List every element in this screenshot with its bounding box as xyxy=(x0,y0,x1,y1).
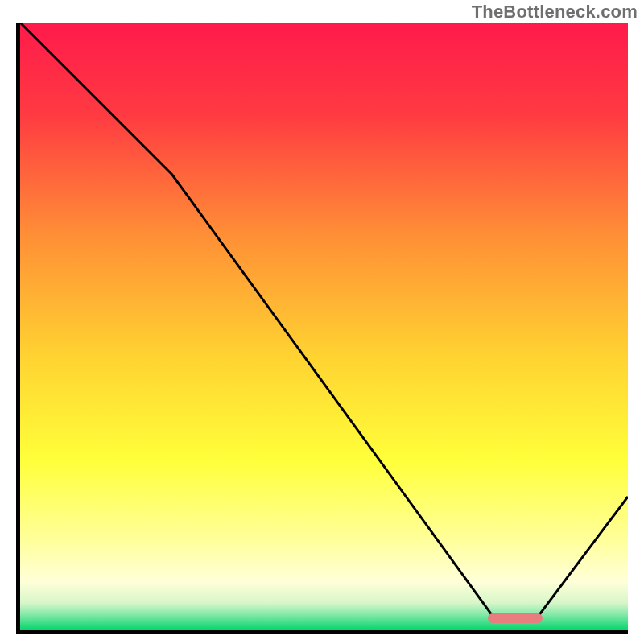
bottleneck-curve xyxy=(20,23,628,630)
watermark-text: TheBottleneck.com xyxy=(472,2,638,23)
plot-area xyxy=(16,23,628,634)
optimal-range-marker xyxy=(488,613,543,623)
chart-container: TheBottleneck.com xyxy=(0,0,644,644)
